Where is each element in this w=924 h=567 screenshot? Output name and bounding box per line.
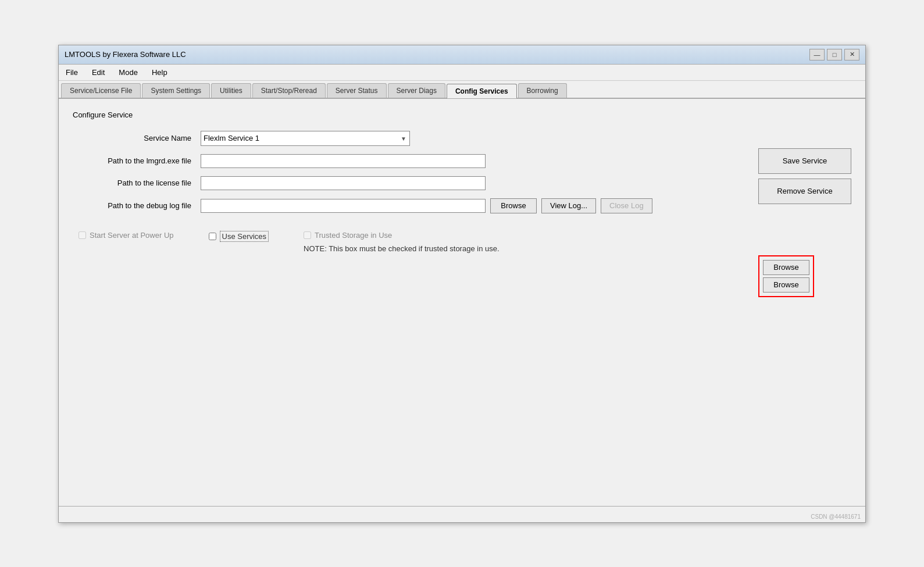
tab-utilities[interactable]: Utilities: [211, 83, 251, 98]
use-services-checkbox[interactable]: [209, 233, 216, 240]
debug-input[interactable]: [201, 199, 486, 213]
form-area: Service Name Flexlm Service 1 Path to th…: [73, 131, 851, 297]
debug-path-row: Path to the debug log file Browse View L…: [73, 198, 741, 213]
trusted-storage-checkbox-item: Trusted Storage in Use: [304, 231, 499, 240]
browse-lmgrd-button[interactable]: Browse: [763, 260, 809, 275]
service-name-label: Service Name: [73, 134, 201, 142]
tab-service-license-file[interactable]: Service/License File: [61, 83, 141, 98]
lmgrd-label: Path to the lmgrd.exe file: [73, 156, 201, 165]
title-bar: LMTOOLS by Flexera Software LLC — □ ✕: [59, 45, 865, 65]
service-select-wrapper: Flexlm Service 1: [201, 131, 410, 146]
lmgrd-path-row: Path to the lmgrd.exe file: [73, 154, 741, 168]
window-title: LMTOOLS by Flexera Software LLC: [65, 50, 186, 59]
menu-edit[interactable]: Edit: [90, 67, 107, 78]
debug-label: Path to the debug log file: [73, 201, 201, 210]
form-left: Service Name Flexlm Service 1 Path to th…: [73, 131, 741, 297]
use-services-label: Use Services: [220, 231, 269, 242]
minimize-button[interactable]: —: [809, 49, 825, 60]
use-services-checkbox-item: Use Services: [209, 231, 269, 242]
menu-bar: File Edit Mode Help: [59, 65, 865, 81]
checkboxes-row: Start Server at Power Up Use Services Tr…: [73, 231, 741, 255]
close-button[interactable]: ✕: [844, 49, 859, 60]
maximize-button[interactable]: □: [827, 49, 842, 60]
close-log-button[interactable]: Close Log: [601, 198, 652, 213]
trusted-storage-section: Trusted Storage in Use NOTE: This box mu…: [304, 231, 499, 255]
browse-highlight-area: Browse Browse: [758, 255, 851, 297]
view-log-button[interactable]: View Log...: [541, 198, 596, 213]
trusted-storage-label: Trusted Storage in Use: [315, 231, 392, 240]
trusted-storage-checkbox[interactable]: [304, 231, 311, 239]
license-path-row: Path to the license file: [73, 176, 741, 190]
start-server-label: Start Server at Power Up: [90, 231, 174, 240]
menu-help[interactable]: Help: [149, 67, 170, 78]
window-controls: — □ ✕: [809, 49, 859, 60]
tab-start-stop-reread[interactable]: Start/Stop/Reread: [252, 83, 326, 98]
menu-file[interactable]: File: [63, 67, 80, 78]
tab-server-diags[interactable]: Server Diags: [388, 83, 445, 98]
lmgrd-control: [201, 154, 486, 168]
tab-borrowing[interactable]: Borrowing: [518, 83, 567, 98]
menu-mode[interactable]: Mode: [116, 67, 140, 78]
section-title: Configure Service: [73, 110, 851, 119]
remove-service-button[interactable]: Remove Service: [758, 179, 851, 204]
tab-server-status[interactable]: Server Status: [327, 83, 387, 98]
debug-control: Browse View Log... Close Log: [201, 198, 652, 213]
browse-highlight-box: Browse Browse: [758, 255, 814, 297]
license-control: [201, 176, 486, 190]
status-bar: [59, 506, 865, 522]
lmgrd-input[interactable]: [201, 154, 486, 168]
browse-license-button[interactable]: Browse: [763, 277, 809, 293]
license-input[interactable]: [201, 176, 486, 190]
start-server-checkbox-item: Start Server at Power Up: [79, 231, 174, 240]
main-window: LMTOOLS by Flexera Software LLC — □ ✕ Fi…: [58, 45, 866, 523]
tab-system-settings[interactable]: System Settings: [142, 83, 210, 98]
trusted-note: NOTE: This box must be checked if truste…: [304, 243, 499, 255]
watermark: CSDN @44481671: [811, 513, 861, 520]
tabs-bar: Service/License File System Settings Uti…: [59, 81, 865, 99]
save-service-button[interactable]: Save Service: [758, 148, 851, 174]
content-area: Configure Service Service Name Flexlm Se…: [59, 99, 865, 506]
browse-debug-button[interactable]: Browse: [490, 198, 537, 213]
service-name-row: Service Name Flexlm Service 1: [73, 131, 741, 146]
start-server-checkbox[interactable]: [79, 231, 86, 239]
license-label: Path to the license file: [73, 179, 201, 187]
service-name-select[interactable]: Flexlm Service 1: [201, 131, 410, 146]
service-name-control: Flexlm Service 1: [201, 131, 410, 146]
form-right: Save Service Remove Service Browse Brows…: [758, 131, 851, 297]
tab-config-services[interactable]: Config Services: [447, 84, 517, 98]
